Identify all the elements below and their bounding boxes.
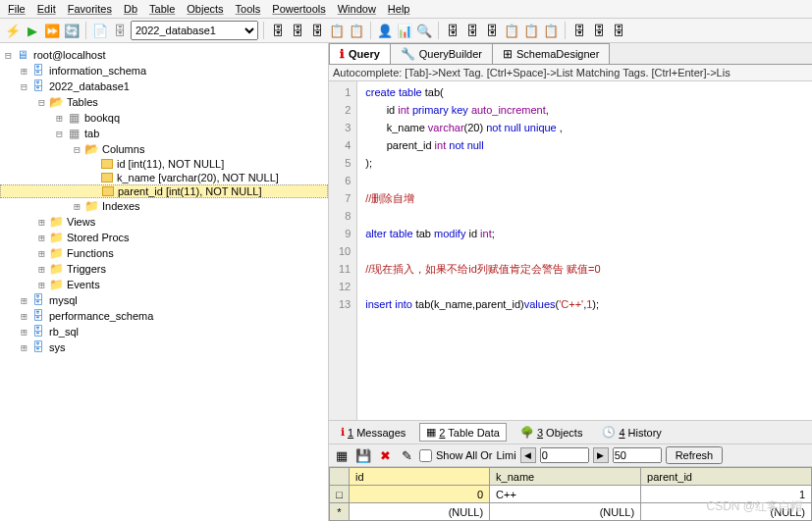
menu-db[interactable]: Db — [124, 3, 137, 15]
tree-folder-functions[interactable]: ⊞📁 Functions — [0, 245, 328, 261]
tab-schemadesigner[interactable]: ⊞ SchemaDesigner — [492, 43, 610, 64]
tree-column-k-name[interactable]: k_name [varchar(20), NOT NULL] — [0, 171, 328, 184]
tool-icon-8[interactable]: 🗄 — [444, 22, 461, 39]
grid-toolbar: ▦ 💾 ✖ ✎ Show All Or Limi ◀ ▶ Refresh — [329, 444, 812, 467]
tree-column-parent-id[interactable]: parent_id [int(11), NOT NULL] — [0, 184, 328, 198]
col-header-parent-id[interactable]: parent_id — [641, 468, 812, 486]
grid-icon[interactable]: ▦ — [333, 446, 351, 464]
tree-db-performance-schema[interactable]: ⊞🗄 performance_schema — [0, 308, 328, 324]
delete-icon[interactable]: ✖ — [376, 446, 394, 464]
tool-icon-7[interactable]: 🔍 — [415, 22, 433, 39]
tool-icon-6[interactable]: 📊 — [396, 22, 413, 39]
column-icon — [102, 186, 114, 196]
tool-icon-9[interactable]: 🗄 — [463, 22, 481, 39]
menu-powertools[interactable]: Powertools — [272, 3, 325, 15]
next-page-button[interactable]: ▶ — [593, 447, 609, 463]
menu-edit[interactable]: Edit — [37, 3, 56, 15]
tool-icon-12[interactable]: 📋 — [522, 22, 540, 39]
col-header-id[interactable]: id — [350, 468, 490, 486]
tab-objects[interactable]: 🌳 3 Objects — [514, 424, 588, 441]
tab-messages[interactable]: ℹ 1 Messages — [335, 424, 411, 441]
tree-folder-stored-procs[interactable]: ⊞📁 Stored Procs — [0, 230, 328, 245]
tab-table-data[interactable]: ▦ 2 Table Data — [419, 423, 507, 442]
tree-folder-tables[interactable]: ⊟📂 Tables — [0, 94, 328, 110]
tool-icon-15[interactable]: 🗄 — [590, 22, 608, 39]
tool-icon-13[interactable]: 📋 — [542, 22, 560, 39]
limit-label: Limi — [496, 449, 515, 461]
database-icon: 🗄 — [30, 64, 46, 78]
database-selector[interactable]: 2022_database1 — [131, 21, 258, 40]
menu-help[interactable]: Help — [388, 3, 410, 15]
new-connection-icon[interactable]: ⚡ — [4, 22, 22, 39]
builder-icon: 🔧 — [401, 47, 415, 61]
menu-favorites[interactable]: Favorites — [68, 3, 112, 15]
refresh-button[interactable]: Refresh — [666, 446, 724, 464]
menu-file[interactable]: File — [8, 3, 26, 15]
refresh-icon[interactable]: 🔄 — [63, 22, 81, 39]
db-icon[interactable]: 🗄 — [111, 22, 129, 39]
info-icon: ℹ — [341, 426, 345, 439]
clock-icon: 🕓 — [602, 426, 616, 439]
tool-icon-11[interactable]: 📋 — [503, 22, 520, 39]
run-all-icon[interactable]: ⏩ — [43, 22, 61, 39]
tree-folder-events[interactable]: ⊞📁 Events — [0, 277, 328, 292]
tool-icon-14[interactable]: 🗄 — [570, 22, 588, 39]
tool-icon-16[interactable]: 🗄 — [610, 22, 627, 39]
tool-icon-2[interactable]: 🗄 — [289, 22, 306, 39]
info-icon: ℹ — [340, 47, 345, 61]
tool-icon-10[interactable]: 🗄 — [483, 22, 501, 39]
prev-page-button[interactable]: ◀ — [520, 447, 536, 463]
tree-db-information-schema[interactable]: ⊞🗄 information_schema — [0, 63, 328, 78]
run-icon[interactable]: ▶ — [24, 22, 41, 39]
col-header-k-name[interactable]: k_name — [490, 468, 641, 486]
limit-to-input[interactable] — [613, 447, 662, 463]
tree-root-label: root@localhost — [33, 49, 106, 61]
tool-icon-5[interactable]: 📋 — [348, 22, 365, 39]
user-icon[interactable]: 👤 — [376, 22, 394, 39]
folder-icon: 📂 — [83, 142, 99, 156]
object-browser-tree[interactable]: ⊟🖥 root@localhost ⊞🗄 information_schema … — [0, 43, 329, 521]
menu-table[interactable]: Table — [149, 3, 175, 15]
folder-icon: 📁 — [83, 199, 99, 213]
save-icon[interactable]: 💾 — [354, 446, 372, 464]
tree-column-id[interactable]: id [int(11), NOT NULL] — [0, 157, 328, 171]
tree-db-2022-database1[interactable]: ⊟🗄 2022_database1 — [0, 78, 328, 94]
tree-folder-indexes[interactable]: ⊞📁 Indexes — [0, 198, 328, 214]
tree-folder-views[interactable]: ⊞📁 Views — [0, 214, 328, 230]
menu-objects[interactable]: Objects — [187, 3, 223, 15]
result-tabs: ℹ 1 Messages ▦ 2 Table Data 🌳 3 Objects … — [329, 420, 812, 444]
tool-icon-3[interactable]: 🗄 — [308, 22, 326, 39]
new-query-icon[interactable]: 📄 — [91, 22, 109, 39]
watermark: CSDN @红客白帽 — [706, 498, 802, 515]
tree-folder-columns[interactable]: ⊟📂 Columns — [0, 141, 328, 157]
line-gutter: 12345678910111213 — [329, 81, 357, 420]
sql-editor[interactable]: 12345678910111213 create table tab( id i… — [329, 81, 812, 420]
show-all-checkbox[interactable] — [419, 449, 432, 462]
tab-querybuilder[interactable]: 🔧 QueryBuilder — [390, 43, 493, 64]
tree-db-mysql[interactable]: ⊞🗄 mysql — [0, 292, 328, 308]
row-marker[interactable]: □ — [330, 486, 350, 503]
tree-db-sys[interactable]: ⊞🗄 sys — [0, 339, 328, 355]
tree-db-rb-sql[interactable]: ⊞🗄 rb_sql — [0, 324, 328, 339]
tab-history[interactable]: 🕓 4 History — [596, 424, 667, 441]
tool-icon-4[interactable]: 📋 — [328, 22, 346, 39]
code-area[interactable]: create table tab( id int primary key aut… — [357, 81, 608, 420]
table-icon: ▦ — [426, 426, 436, 439]
column-icon — [101, 159, 113, 169]
server-icon: 🖥 — [15, 48, 30, 62]
menu-tools[interactable]: Tools — [236, 3, 261, 15]
row-marker[interactable]: * — [330, 503, 350, 521]
show-all-label: Show All Or — [436, 449, 492, 461]
tree-root[interactable]: ⊟🖥 root@localhost — [0, 47, 328, 63]
tree-folder-triggers[interactable]: ⊞📁 Triggers — [0, 261, 328, 277]
tree-table-bookqq[interactable]: ⊞▦ bookqq — [0, 110, 328, 126]
schema-icon: ⊞ — [503, 47, 513, 61]
tool-icon-1[interactable]: 🗄 — [269, 22, 287, 39]
limit-from-input[interactable] — [540, 447, 589, 463]
menu-window[interactable]: Window — [338, 3, 376, 15]
edit-icon[interactable]: ✎ — [398, 446, 415, 464]
tree-table-tab[interactable]: ⊟▦ tab — [0, 126, 328, 141]
folder-icon: 📁 — [48, 262, 64, 276]
folder-icon: 📁 — [48, 278, 64, 291]
tab-query[interactable]: ℹ Query — [329, 43, 391, 64]
